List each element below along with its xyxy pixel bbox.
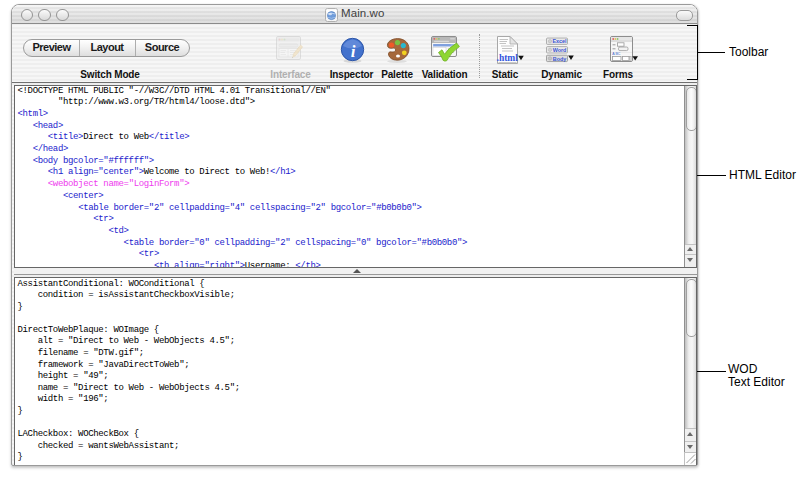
svg-text:Excel: Excel [552,38,567,44]
svg-text:Body: Body [553,56,566,62]
svg-text:.html: .html [497,53,519,63]
svg-text:A BC: A BC [612,52,621,56]
svg-text:Word: Word [553,47,567,53]
svg-text:i: i [351,42,356,61]
